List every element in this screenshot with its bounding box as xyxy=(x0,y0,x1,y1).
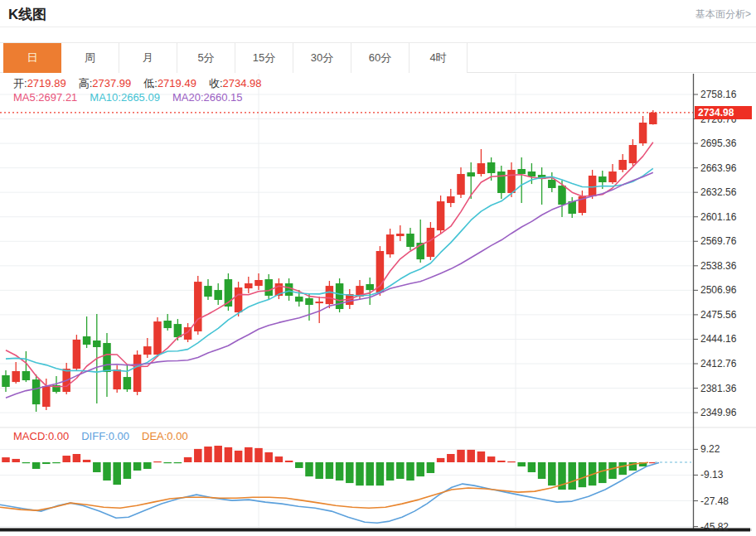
tab-period-3[interactable]: 5分 xyxy=(177,43,235,73)
macd-bar xyxy=(579,462,587,487)
macd-bar xyxy=(336,462,344,480)
macd-bar xyxy=(113,462,121,485)
tab-period-7[interactable]: 4时 xyxy=(410,43,468,73)
candle-body xyxy=(93,340,101,347)
candle-body xyxy=(467,172,475,176)
macd-bar xyxy=(184,457,192,462)
macd-bar xyxy=(548,462,556,485)
macd-bar xyxy=(376,462,385,485)
macd-bar xyxy=(568,462,576,490)
macd-bar xyxy=(497,461,506,462)
candle-body xyxy=(396,234,405,236)
candle-body xyxy=(598,176,607,182)
candle-body xyxy=(143,346,152,355)
macd-bar xyxy=(396,462,405,479)
candle-body xyxy=(315,302,323,303)
candle-body xyxy=(608,171,617,182)
tab-period-2[interactable]: 月 xyxy=(119,43,177,73)
macd-bar xyxy=(598,462,607,483)
macd-bar xyxy=(427,462,435,473)
candle-body xyxy=(447,196,455,203)
candle-body xyxy=(326,286,334,304)
candle-body xyxy=(477,163,486,174)
macd-bar xyxy=(32,462,41,469)
ma-row-item-1: MA10:2665.09 xyxy=(90,91,160,104)
ma5-line xyxy=(6,142,653,387)
candle-body xyxy=(558,186,566,205)
candle-body xyxy=(103,343,111,372)
macd-bar xyxy=(477,451,486,462)
macd-bar xyxy=(305,462,313,476)
macd-bar xyxy=(93,462,101,472)
kline-page: K线图 基本面分析> 日周月5分15分30分60分4时 开:2719.89高:2… xyxy=(0,0,756,536)
ma-row-item-2: MA20:2660.15 xyxy=(172,91,243,104)
candle-body xyxy=(497,171,506,193)
tab-period-0[interactable]: 日 xyxy=(3,43,61,73)
macd-bar xyxy=(406,462,414,480)
macd-bar xyxy=(153,461,162,462)
candle-body xyxy=(528,171,536,176)
macd-bar xyxy=(285,461,293,462)
candle-body xyxy=(204,286,212,297)
candle-body xyxy=(295,297,303,302)
macd-bar xyxy=(437,458,445,462)
candle-body xyxy=(629,145,637,163)
macd-bar xyxy=(143,462,152,469)
candle-body xyxy=(305,298,313,305)
bottom-scrollbar xyxy=(0,529,750,532)
macd-bar xyxy=(245,447,253,462)
macd-bar xyxy=(416,462,424,476)
macd-bar xyxy=(235,451,243,462)
candle-body xyxy=(386,234,395,254)
candle-body xyxy=(366,284,374,290)
candle-body xyxy=(163,321,172,328)
macd-bar xyxy=(103,462,111,480)
macd-bar xyxy=(133,462,142,471)
page-header: K线图 基本面分析> xyxy=(0,0,756,27)
candle-body xyxy=(2,375,10,387)
tab-period-6[interactable]: 60分 xyxy=(351,43,410,73)
macd-bar xyxy=(275,456,284,462)
macd-bar xyxy=(42,462,51,464)
tab-period-1[interactable]: 周 xyxy=(61,43,119,73)
candle-body xyxy=(113,369,121,389)
ohlc-row-item-3: 收:2734.98 xyxy=(209,76,262,91)
macd-bar xyxy=(62,456,70,462)
macd-bar xyxy=(2,457,10,462)
macd-bar xyxy=(528,462,536,472)
candle-body xyxy=(83,336,91,345)
candle-body xyxy=(124,377,132,389)
macd-bar xyxy=(326,462,334,479)
macd-bar xyxy=(163,462,172,463)
candle-body xyxy=(174,324,182,337)
candle-body xyxy=(336,283,344,309)
macd-bar xyxy=(83,460,91,462)
tab-period-4[interactable]: 15分 xyxy=(235,43,293,73)
candle-body xyxy=(457,174,465,195)
macd-bar xyxy=(225,447,233,462)
macd-bar xyxy=(124,462,132,479)
macd-bar xyxy=(608,462,617,479)
candle-body xyxy=(133,355,142,392)
macd-bar xyxy=(174,462,182,463)
tab-period-5[interactable]: 30分 xyxy=(293,43,351,73)
macd-bar xyxy=(447,454,455,462)
macd-bar xyxy=(467,450,475,462)
macd-bar xyxy=(356,462,364,485)
macd-row-item-1: DIFF:0.00 xyxy=(81,430,129,442)
candle-body xyxy=(437,201,445,230)
candle-body xyxy=(32,379,41,404)
candle-body xyxy=(235,287,243,312)
macd-bar xyxy=(386,462,395,480)
candle-body xyxy=(649,113,657,124)
macd-bar xyxy=(366,462,374,485)
macd-bar xyxy=(12,459,20,462)
period-tabs: 日周月5分15分30分60分4时 xyxy=(3,43,468,73)
candle-body xyxy=(639,123,647,143)
ohlc-readout: 开:2719.89高:2737.99低:2719.49收:2734.98 xyxy=(13,76,274,91)
ma-readout: MA5:2697.21MA10:2665.09MA20:2660.15 xyxy=(13,91,255,104)
candle-body xyxy=(589,176,597,196)
candle-body xyxy=(406,234,414,247)
fundamental-analysis-link[interactable]: 基本面分析> xyxy=(695,7,751,22)
candle-body xyxy=(285,283,293,296)
